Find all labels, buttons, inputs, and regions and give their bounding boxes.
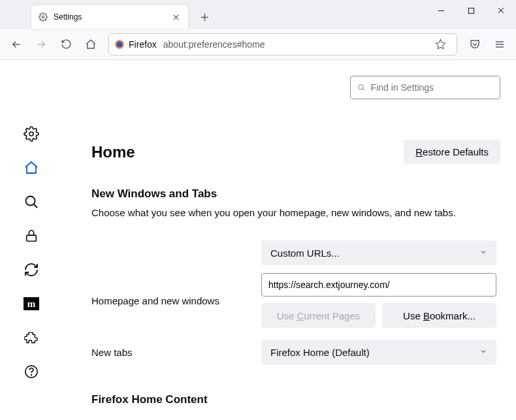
window-controls [426,0,516,26]
select-value: Firefox Home (Default) [270,347,370,358]
close-button[interactable] [486,0,516,21]
forward-button[interactable] [30,33,52,56]
category-sidebar: m [0,60,63,420]
svg-point-4 [29,132,33,136]
home-button[interactable] [80,33,102,56]
reload-button[interactable] [55,33,77,56]
tab-label: Settings [54,12,170,22]
page-title: Home [91,143,135,161]
find-input[interactable] [371,82,493,93]
svg-point-5 [26,197,35,206]
select-value: Custom URLs... [270,248,340,259]
svg-rect-1 [468,8,474,13]
svg-point-8 [31,375,32,376]
homepage-label: Homepage and new windows [91,295,261,306]
svg-point-0 [42,16,44,18]
sidebar-item-privacy[interactable] [23,227,40,244]
window-titlebar: Settings [0,0,516,29]
sidebar-item-extensions[interactable] [23,329,40,346]
chevron-down-icon [479,347,487,357]
preferences-content: m Home Restore Defaults New Windows and … [0,60,516,420]
tab-close-button[interactable] [170,11,182,23]
back-button[interactable] [5,33,27,56]
find-in-settings[interactable] [350,76,500,99]
menu-button[interactable] [489,33,511,56]
gear-icon [38,12,48,22]
restore-defaults-button[interactable]: Restore Defaults [404,140,500,164]
bookmark-star-icon[interactable] [429,33,451,56]
newtabs-select[interactable]: Firefox Home (Default) [261,340,496,364]
minimize-button[interactable] [426,0,456,21]
sidebar-item-more[interactable]: m [23,295,40,312]
sidebar-item-sync[interactable] [23,261,40,278]
use-bookmark-button[interactable]: Use Bookmark... [382,303,496,328]
url-prefix: Firefox [129,39,157,50]
tab-settings[interactable]: Settings [31,5,188,29]
main-pane: Home Restore Defaults New Windows and Ta… [63,60,516,420]
homepage-mode-select[interactable]: Custom URLs... [261,240,496,265]
restore-label: estore Defaults [423,146,489,157]
use-current-pages-button[interactable]: Use Current Pages [261,303,376,328]
newtabs-label: New tabs [91,347,261,358]
m-icon: m [24,297,39,310]
maximize-button[interactable] [456,0,486,21]
section-desc: Choose what you see when you open your h… [91,207,500,218]
pocket-button[interactable] [464,33,486,56]
svg-rect-6 [27,235,37,241]
url-text: about:preferences#home [163,39,265,50]
new-tab-button[interactable] [195,7,214,27]
url-bar[interactable]: Firefox about:preferences#home [108,33,457,56]
sidebar-item-search[interactable] [23,193,40,210]
section-title-windows-tabs: New Windows and Tabs [91,187,500,201]
chevron-down-icon [479,248,487,258]
navigation-toolbar: Firefox about:preferences#home [0,29,516,60]
sidebar-item-home[interactable] [23,159,40,176]
homepage-url-input[interactable] [261,273,496,297]
sidebar-item-general[interactable] [23,125,40,142]
sidebar-item-help[interactable] [23,363,40,380]
svg-point-3 [117,42,122,47]
section-title-home-content: Firefox Home Content [91,393,500,406]
svg-point-9 [359,85,363,89]
firefox-icon [114,39,125,50]
